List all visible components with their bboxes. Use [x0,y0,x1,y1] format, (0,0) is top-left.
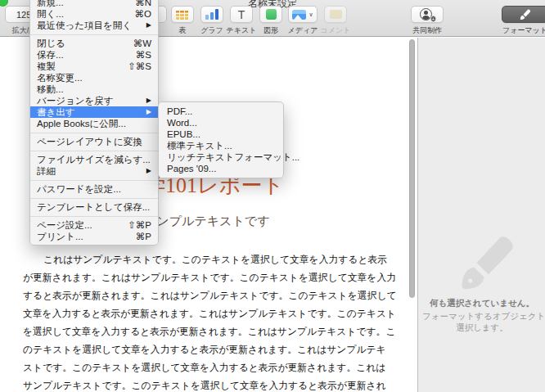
menu-shortcut: ⌘W [133,38,151,49]
menu-item-label: 移動... [37,83,64,95]
toolbar-button-text[interactable]: T [230,6,253,23]
document-body-line: を選択して文章を入力すると表示が更新されます。これはサンプルテキストです。こ [23,322,385,340]
submenu-arrow-icon: ▶ [146,20,151,31]
submenu-arrow-icon: ▶ [146,106,151,118]
toolbar-group-shape: 図形 [259,6,282,36]
file-menu-item[interactable]: 書き出す▶ [30,106,158,118]
menu-item-label: 名称変更... [37,72,83,83]
toolbar-label-media: メディア [288,25,318,36]
document-body-line: のテキストを選択して文章を入力すると表示が更新されます。これはサンプルテキ [23,340,385,358]
file-menu: 新規...⌘N開く...⌘O最近使った項目を開く▶閉じる⌘W保存...⌘S複製⇧… [29,0,159,246]
table-icon [176,10,189,20]
menu-item-label: Apple Booksに公開... [37,118,126,129]
format-button-group: フォーマット [502,6,545,36]
submenu-arrow-icon: ▶ [146,165,151,177]
toolbar-group-chart: グラフ [200,6,223,36]
file-menu-item[interactable]: 複製⇧⌘S [30,61,158,72]
toolbar-button-comment [324,6,347,23]
media-icon: ∨ [292,10,313,20]
menu-item-label: 標準テキスト... [167,140,232,151]
format-brush-icon [519,8,531,20]
toolbar-button-media[interactable]: ∨ [288,6,318,23]
file-menu-item[interactable]: 保存...⌘S [30,49,158,61]
pages-app-window: { "window": { "title": "名称未設定" }, "toolb… [0,0,545,392]
menu-item-label: 保存... [37,49,64,61]
menu-item-label: EPUB... [167,128,200,140]
file-menu-item[interactable]: 名称変更... [30,72,158,83]
menu-item-label: リッチテキストフォーマット... [167,151,300,163]
toolbar-group-media: ∨メディア [288,6,318,36]
panel-empty-message-line1: フォーマットするオブジェクトやテキストを [422,311,545,322]
chart-icon [205,9,218,20]
menu-item-label: テンプレートとして保存... [37,201,150,213]
document-body-line: すると表示が更新されます。これはサンプルテキストです。このテキストを選択して [23,286,385,304]
menu-shortcut: ⌘S [136,49,151,61]
file-menu-item[interactable]: Apple Booksに公開... [30,118,158,129]
panel-empty-message-line2: 選択します。 [418,322,545,334]
menu-divider [30,198,158,199]
file-menu-item[interactable]: パスワードを設定... [30,183,158,195]
menu-item-label: バージョンを戻す [37,95,114,106]
document-body-line: 文章を入力すると表示が更新されます。これはサンプルテキストです。このテキスト [23,304,385,322]
menu-item-label: Pages '09... [167,163,216,174]
file-menu-item[interactable]: テンプレートとして保存... [30,201,158,213]
toolbar-label-chart: グラフ [200,25,223,36]
toolbar-label-comment: コメント [321,25,351,36]
file-menu-item[interactable]: ページレイアウトに変換 [30,136,158,147]
export-submenu-item[interactable]: PDF... [159,106,283,117]
file-menu-item[interactable]: ファイルサイズを減らす... [30,154,158,165]
menu-item-label: 開く... [37,8,64,20]
menu-shortcut: ⌘N [135,0,151,8]
toolbar-label-text: テキスト [227,25,257,36]
menu-item-label: 新規... [37,0,64,8]
file-menu-item[interactable]: 新規...⌘N [30,0,158,8]
file-menu-item[interactable]: 詳細▶ [30,165,158,177]
document-body-line: これはサンプルテキストです。このテキストを選択して文章を入力すると表示 [23,250,385,268]
menu-item-label: Word... [167,117,197,128]
text-icon: T [238,9,245,20]
toolbar-label-table: 表 [179,25,187,36]
menu-item-label: ページ設定... [37,219,92,231]
document-body: これはサンプルテキストです。このテキストを選択して文章を入力すると表示が更新され… [23,250,385,392]
document-body-line: サンプルテキストです。このテキストを選択して文章を入力すると表示が更新され [23,376,385,392]
file-menu-item[interactable]: プリント...⌘P [30,231,158,242]
menu-shortcut: ⇧⌘P [128,219,151,231]
export-submenu-item[interactable]: Pages '09... [159,163,283,174]
panel-empty-title: 何も選択されていません。 [418,298,545,309]
export-submenu-item[interactable]: 標準テキスト... [159,140,283,151]
menu-item-label: 詳細 [37,165,56,177]
file-menu-item[interactable]: 閉じる⌘W [30,38,158,49]
menu-item-label: 閉じる [37,38,65,49]
collaborate-button[interactable]: + [411,6,444,23]
file-menu-item[interactable]: 開く...⌘O [30,8,158,20]
toolbar-group-table: 表 [171,6,194,36]
toolbar-button-chart[interactable] [200,6,223,23]
file-menu-item[interactable]: 移動... [30,83,158,95]
vertical-scrollbar-thumb[interactable] [409,39,415,298]
toolbar-button-table[interactable] [171,6,194,23]
paintbrush-icon [444,231,526,293]
file-menu-item[interactable]: 最近使った項目を開く▶ [30,20,158,31]
menu-shortcut: ⌘P [136,231,151,242]
toolbar-group-text: Tテキスト [230,6,253,36]
comment-icon [330,10,342,19]
menu-item-label: 複製 [37,61,56,72]
export-submenu-item[interactable]: EPUB... [159,128,283,140]
format-button[interactable] [502,6,545,23]
menu-item-label: ページレイアウトに変換 [37,136,142,147]
file-menu-item[interactable]: ページ設定...⇧⌘P [30,219,158,231]
toolbar-label-shape: 図形 [263,25,278,36]
document-body-line: ストです。このテキストを選択して文章を入力すると表示が更新されます。これは [23,358,385,376]
file-menu-item[interactable]: バージョンを戻す▶ [30,95,158,106]
export-submenu: PDF...Word...EPUB...標準テキスト...リッチテキストフォーマ… [158,101,284,178]
collaborate-label: 共同制作 [412,25,442,36]
menu-item-label: 最近使った項目を開く [37,20,132,31]
shape-icon [266,9,277,20]
export-submenu-item[interactable]: Word... [159,117,283,128]
menu-divider [30,34,158,35]
menu-item-label: パスワードを設定... [37,183,121,195]
export-submenu-item[interactable]: リッチテキストフォーマット... [159,151,283,163]
format-label: フォーマット [502,25,545,36]
submenu-arrow-icon: ▶ [146,95,151,106]
toolbar-button-shape[interactable] [259,6,282,23]
